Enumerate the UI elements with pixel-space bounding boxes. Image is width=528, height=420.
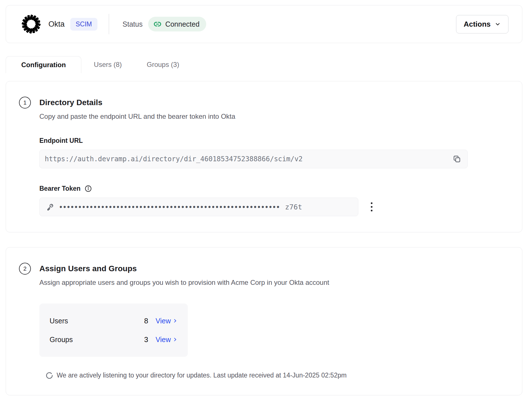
scim-directory-page: Okta SCIM Status Connected Actions — [0, 0, 528, 420]
assign-summary-panel: Users 8 View Groups 3 View — [39, 304, 188, 357]
provider-name: Okta — [48, 20, 65, 29]
bearer-token-suffix: z76t — [285, 203, 302, 211]
directory-header-card: Okta SCIM Status Connected Actions — [6, 5, 522, 43]
groups-count: 3 — [144, 335, 148, 344]
link-icon — [153, 20, 162, 28]
actions-button-label: Actions — [464, 20, 491, 29]
section-title: Assign Users and Groups — [39, 264, 137, 273]
endpoint-url-value: https://auth.devramp.ai/directory/dir_46… — [45, 155, 303, 163]
step-number-badge: 2 — [19, 263, 31, 275]
tab-bar: Configuration Users (8) Groups (3) — [6, 56, 522, 73]
assign-users-groups-card: 2 Assign Users and Groups Assign appropr… — [6, 247, 522, 395]
groups-row-label: Groups — [50, 336, 73, 344]
endpoint-url-label: Endpoint URL — [39, 137, 522, 145]
copy-icon — [452, 154, 462, 164]
endpoint-url-field: https://auth.devramp.ai/directory/dir_46… — [39, 150, 468, 168]
token-menu-button[interactable] — [369, 201, 374, 213]
section-description: Assign appropriate users and groups you … — [39, 279, 522, 287]
actions-button[interactable]: Actions — [456, 15, 508, 33]
status-label: Status — [123, 20, 143, 28]
protocol-badge: SCIM — [70, 18, 97, 31]
tab-users[interactable]: Users (8) — [81, 56, 134, 73]
view-groups-link[interactable]: View — [156, 336, 178, 344]
chevron-right-icon — [173, 337, 178, 342]
copy-endpoint-button[interactable] — [450, 152, 463, 166]
directory-details-card: 1 Directory Details Copy and paste the e… — [6, 81, 522, 232]
view-users-link[interactable]: View — [156, 317, 178, 325]
chevron-right-icon — [173, 318, 178, 323]
tab-configuration[interactable]: Configuration — [6, 56, 81, 73]
key-icon — [46, 203, 54, 211]
section-title: Directory Details — [39, 98, 103, 107]
bearer-token-field: ••••••••••••••••••••••••••••••••••••••••… — [39, 198, 358, 216]
users-row: Users 8 View — [39, 311, 188, 330]
chevron-down-icon — [495, 21, 501, 27]
info-icon[interactable] — [84, 185, 92, 192]
status-value: Connected — [165, 20, 199, 28]
users-row-label: Users — [50, 317, 68, 325]
users-count: 8 — [144, 317, 148, 325]
listening-status-text: We are actively listening to your direct… — [57, 372, 347, 379]
groups-row: Groups 3 View — [39, 330, 188, 349]
bearer-token-masked: ••••••••••••••••••••••••••••••••••••••••… — [59, 203, 280, 211]
tab-groups[interactable]: Groups (3) — [134, 56, 192, 73]
listening-status: We are actively listening to your direct… — [46, 372, 522, 379]
header-divider — [109, 14, 109, 34]
step-number-badge: 1 — [19, 97, 31, 109]
section-description: Copy and paste the endpoint URL and the … — [39, 113, 522, 120]
bearer-token-label: Bearer Token — [39, 185, 522, 192]
spinner-icon — [46, 372, 53, 379]
okta-logo-icon — [21, 14, 42, 35]
status-badge: Connected — [148, 17, 206, 31]
